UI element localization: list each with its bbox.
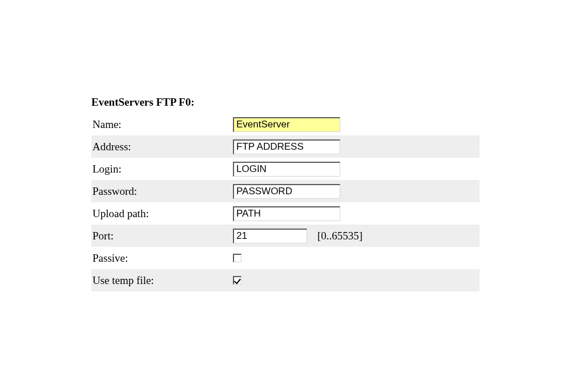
row-upload-path: Upload path: xyxy=(91,202,480,225)
passive-checkbox[interactable] xyxy=(233,254,241,262)
row-passive: Passive: xyxy=(91,247,480,269)
login-input[interactable] xyxy=(233,162,340,177)
row-name: Name: xyxy=(91,113,480,135)
address-input[interactable] xyxy=(233,139,340,154)
row-use-temp-file: Use temp file: xyxy=(91,269,480,291)
upload-path-input[interactable] xyxy=(233,206,340,221)
label-name: Name: xyxy=(91,118,233,131)
label-upload-path: Upload path: xyxy=(91,207,233,220)
row-login: Login: xyxy=(91,158,480,180)
ftp-settings-form: EventServers FTP F0: Name: Address: Logi… xyxy=(91,96,480,291)
port-input[interactable] xyxy=(233,229,307,243)
row-port: Port: [0..65535] xyxy=(91,225,480,247)
label-passive: Passive: xyxy=(91,252,233,265)
row-password: Password: xyxy=(91,180,480,202)
use-temp-file-checkbox[interactable] xyxy=(233,276,241,285)
label-use-temp-file: Use temp file: xyxy=(91,274,233,287)
label-password: Password: xyxy=(91,185,233,198)
name-input[interactable] xyxy=(233,117,340,132)
port-hint: [0..65535] xyxy=(317,230,363,242)
label-login: Login: xyxy=(91,163,233,175)
label-address: Address: xyxy=(91,141,233,153)
row-address: Address: xyxy=(91,135,480,158)
password-input[interactable] xyxy=(233,184,340,199)
label-port: Port: xyxy=(91,230,233,242)
form-title: EventServers FTP F0: xyxy=(91,96,480,109)
